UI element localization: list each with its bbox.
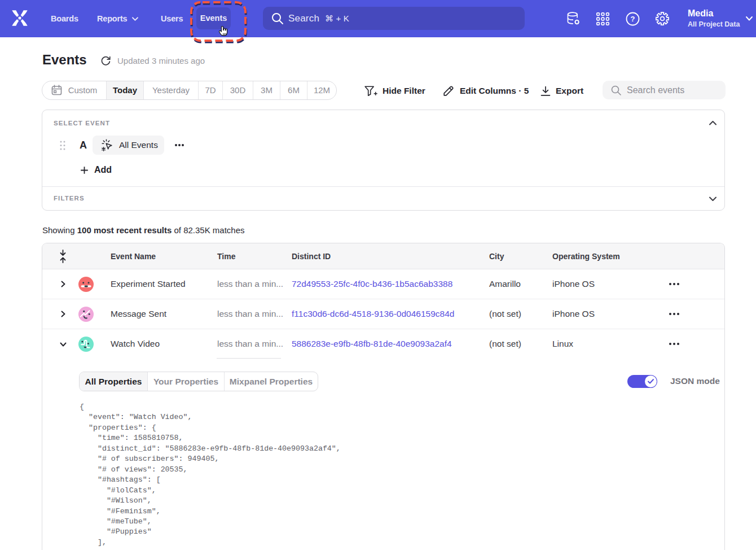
svg-text:?: ? bbox=[631, 15, 635, 23]
